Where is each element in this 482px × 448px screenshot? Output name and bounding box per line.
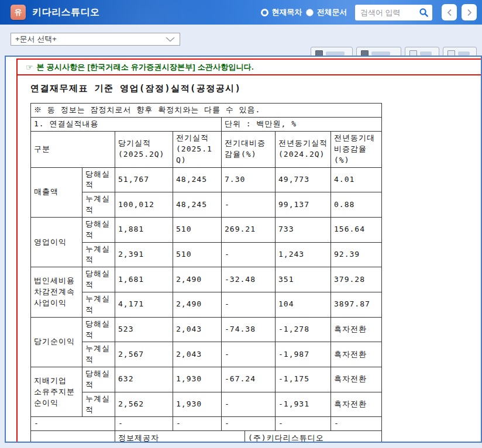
sub-cell: 누계실적 xyxy=(82,392,115,417)
value-cell: 51,767 xyxy=(115,167,173,192)
value-cell: 4,171 xyxy=(115,292,173,317)
table-row: 누계실적 2,567 2,043 - -1,987 흑자전환 xyxy=(31,342,382,367)
toolbar-button-3[interactable] xyxy=(405,47,439,56)
chevron-right-icon xyxy=(467,9,472,16)
market-badge-icon: 유 xyxy=(11,5,26,20)
value-cell: 1,681 xyxy=(115,267,173,292)
next-result-button[interactable] xyxy=(462,4,477,20)
toolbar-button-2[interactable] xyxy=(356,47,401,56)
table-row: 2. 정보제공내역 정보제공자 (주)키다리스튜디오 xyxy=(31,431,382,443)
table-row: 지배기업 소유주지분 순이익 당해실적 632 1,930 -67.24 -1,… xyxy=(31,367,382,392)
radio-current-toc[interactable] xyxy=(261,9,268,16)
sub-cell: 누계실적 xyxy=(82,242,115,267)
value-cell: - xyxy=(222,192,276,218)
dash-cell: - xyxy=(115,417,173,431)
dash-cell: - xyxy=(173,417,222,431)
section2-label: 2. 정보제공내역 xyxy=(31,431,115,443)
radio-full-document-label[interactable]: 전체문서 xyxy=(317,7,347,18)
value-cell: -1,931 xyxy=(276,392,331,417)
value-cell: 379.28 xyxy=(331,267,382,292)
search-box xyxy=(355,5,432,20)
sub-cell: 누계실적 xyxy=(82,292,115,317)
value-cell: -1,175 xyxy=(276,367,331,392)
value-cell: 104 xyxy=(276,292,331,317)
sub-cell: 당해실적 xyxy=(82,167,115,192)
value-cell: 92.39 xyxy=(331,242,382,267)
info-table: 2. 정보제공내역 정보제공자 (주)키다리스튜디오 정보제공대상자 기관투자자… xyxy=(30,430,382,443)
radio-current-toc-label[interactable]: 현재목차 xyxy=(272,7,302,18)
table-row: 매출액 당해실적 51,767 48,245 7.30 49,773 4.01 xyxy=(31,167,382,192)
value-cell: 2,043 xyxy=(173,317,222,342)
toolbar-button-1[interactable] xyxy=(311,47,353,56)
value-cell: 0.88 xyxy=(331,192,382,218)
category-cell: 매출액 xyxy=(31,167,82,217)
value-cell: 1,243 xyxy=(276,242,331,267)
value-cell: - xyxy=(222,292,276,317)
value-cell: 2,562 xyxy=(115,392,173,417)
toolbar-button-4[interactable] xyxy=(443,47,477,56)
value-cell: 2,391 xyxy=(115,242,173,267)
prev-result-button[interactable] xyxy=(442,4,457,20)
table-row: 누계실적 2,391 510 - 1,243 92.39 xyxy=(31,242,382,267)
value-cell: 49,773 xyxy=(276,167,331,192)
value-cell: 1,930 xyxy=(173,367,222,392)
search-icon[interactable] xyxy=(419,8,429,20)
value-cell: -74.38 xyxy=(222,317,276,342)
sub-cell: 누계실적 xyxy=(82,342,115,367)
provisional-note: ※ 동 정보는 잠정치로서 향후 확정치와는 다를 수 있음. xyxy=(31,104,382,118)
document-body: 연결재무제표 기준 영업(잠정)실적(공정공시) ※ 동 정보는 잠정치로서 향… xyxy=(18,75,482,443)
sub-cell: 당해실적 xyxy=(82,317,115,342)
col-header-previous: 전기실적 (2025.1Q) xyxy=(173,132,222,168)
value-cell: 흑자전환 xyxy=(331,342,382,367)
jurisdiction-notice: ☞ 본 공시사항은 [한국거래소 유가증권시장본부] 소관사항입니다. xyxy=(18,60,482,75)
value-cell: 흑자전환 xyxy=(331,317,382,342)
sub-cell: 누계실적 xyxy=(82,192,115,218)
info-value: (주)키다리스튜디오 xyxy=(245,431,382,443)
sub-cell: 당해실적 xyxy=(82,217,115,242)
value-cell: 632 xyxy=(115,367,173,392)
document-title: 연결재무제표 기준 영업(잠정)실적(공정공시) xyxy=(30,83,482,94)
value-cell: 4.01 xyxy=(331,167,382,192)
value-cell: 1,881 xyxy=(115,217,173,242)
chevron-left-icon xyxy=(447,9,452,16)
disclosure-frame: ☞ 본 공시사항은 [한국거래소 유가증권시장본부] 소관사항입니다. 연결재무… xyxy=(16,58,482,443)
dash-cell: - xyxy=(31,417,115,431)
dash-cell: - xyxy=(331,417,382,431)
value-cell: - xyxy=(222,342,276,367)
col-header-yoy-rate: 전년동기대비증감율(%) xyxy=(331,132,382,168)
jurisdiction-notice-text: 본 공시사항은 [한국거래소 유가증권시장본부] 소관사항입니다. xyxy=(37,62,254,73)
info-key: 정보제공자 xyxy=(115,431,245,443)
category-cell: 영업이익 xyxy=(31,217,82,267)
radio-full-document[interactable] xyxy=(306,9,314,16)
app-header: 유 키다리스튜디오 현재목차 전체문서 xyxy=(0,0,482,25)
table-row: ※ 동 정보는 잠정치로서 향후 확정치와는 다를 수 있음. xyxy=(31,104,382,118)
dash-cell: - xyxy=(222,417,276,431)
value-cell: - xyxy=(222,242,276,267)
table-row: 누계실적 100,012 48,245 - 99,137 0.88 xyxy=(31,192,382,218)
table-header-row: 구분 당기실적 (2025.2Q) 전기실적 (2025.1Q) 전기대비증감율… xyxy=(31,132,382,168)
clipped-toolbar xyxy=(311,47,477,56)
value-cell: 48,245 xyxy=(173,167,222,192)
document-select-value: +문서 선택+ xyxy=(15,33,57,45)
value-cell: 510 xyxy=(173,242,222,267)
table-row: 1. 연결실적내용 단위 : 백만원, % xyxy=(31,118,382,132)
pointing-hand-icon: ☞ xyxy=(26,63,33,72)
value-cell: 269.21 xyxy=(222,217,276,242)
value-cell: 48,245 xyxy=(173,192,222,218)
value-cell: 510 xyxy=(173,217,222,242)
col-header-current: 당기실적 (2025.2Q) xyxy=(115,132,173,168)
value-cell: - xyxy=(222,392,276,417)
table-row: 누계실적 4,171 2,490 - 104 3897.87 xyxy=(31,292,382,317)
table-row: 법인세비용차감전계속사업이익 당해실적 1,681 2,490 -32.48 3… xyxy=(31,267,382,292)
category-cell: 당기순이익 xyxy=(31,317,82,367)
page-title: 키다리스튜디오 xyxy=(32,6,100,19)
sub-cell: 당해실적 xyxy=(82,367,115,392)
value-cell: 733 xyxy=(276,217,331,242)
value-cell: 3897.87 xyxy=(331,292,382,317)
results-table: ※ 동 정보는 잠정치로서 향후 확정치와는 다를 수 있음. 1. 연결실적내… xyxy=(30,103,382,431)
viewer-panel: ☞ 본 공시사항은 [한국거래소 유가증권시장본부] 소관사항입니다. 연결재무… xyxy=(5,56,482,443)
table-row: 누계실적 2,562 1,930 - -1,931 흑자전환 xyxy=(31,392,382,417)
unit-label: 단위 : 백만원, % xyxy=(222,118,382,132)
value-cell: 2,043 xyxy=(173,342,222,367)
document-select-dropdown[interactable]: +문서 선택+ xyxy=(11,33,180,46)
